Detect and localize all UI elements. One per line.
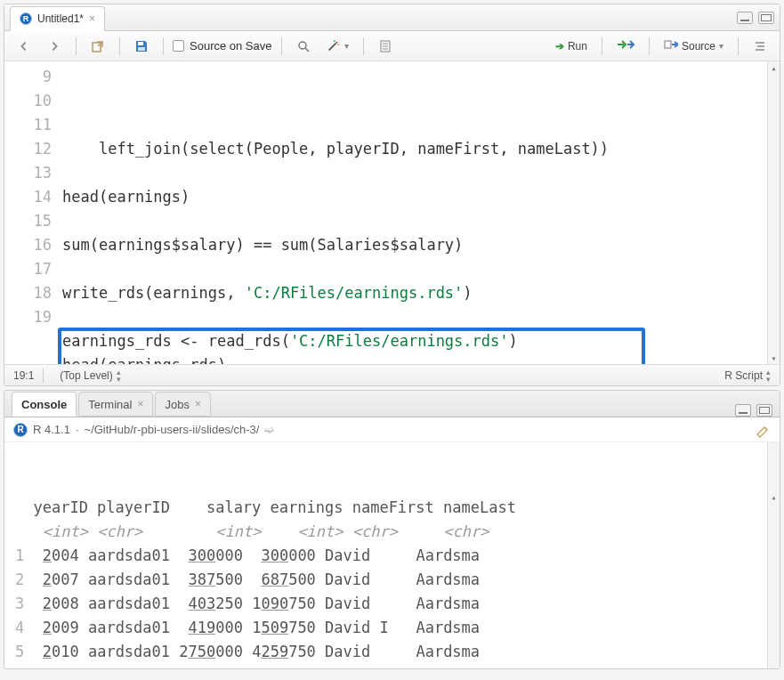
language-selector[interactable]: R Script ▴▾ <box>724 368 771 383</box>
working-dir[interactable]: ~/GitHub/r-pbi-users-ii/slides/ch-3/ <box>85 423 260 436</box>
compile-report-button[interactable] <box>373 36 398 56</box>
console-line: 5 2010 aardsda01 2750000 4259750 David A… <box>15 640 769 664</box>
console-output[interactable]: yearID playerID salary earnings nameFirs… <box>4 442 780 668</box>
editor-tab-row: R Untitled1* × <box>4 4 780 31</box>
updown-icon: ▴▾ <box>766 368 771 383</box>
run-label: Run <box>568 40 587 53</box>
nav-back-button[interactable] <box>12 36 36 56</box>
rerun-icon <box>617 38 634 53</box>
svg-point-8 <box>334 40 335 42</box>
code-line[interactable] <box>62 305 780 329</box>
updown-icon: ▴▾ <box>117 368 121 383</box>
code-area[interactable]: left_join(select(People, playerID, nameF… <box>62 61 780 364</box>
separator <box>119 37 120 55</box>
maximize-pane-icon[interactable] <box>758 12 774 24</box>
console-line: 2 2007 aardsda01 387500 687500 David Aar… <box>15 568 769 592</box>
source-on-save-label: Source on Save <box>190 39 272 53</box>
minimize-pane-icon[interactable] <box>737 12 753 24</box>
minimize-pane-icon[interactable] <box>735 404 751 417</box>
separator <box>602 37 602 55</box>
source-label: Source <box>682 40 715 53</box>
editor-tab-untitled1[interactable]: R Untitled1* × <box>10 6 105 31</box>
console-line: 3 2008 aardsda01 403250 1090750 David Aa… <box>15 592 769 616</box>
scroll-down-icon[interactable]: ▾ <box>768 352 780 364</box>
console-tab-row: Console Terminal × Jobs × <box>4 391 780 417</box>
chevron-down-icon: ▾ <box>344 41 349 51</box>
code-line[interactable] <box>62 257 780 281</box>
separator <box>76 37 77 55</box>
goto-dir-icon[interactable]: ➫ <box>264 423 274 436</box>
svg-point-6 <box>335 41 337 43</box>
separator <box>43 368 44 383</box>
scope-label: (Top Level) <box>60 369 112 382</box>
separator <box>163 37 164 55</box>
console-info-bar: R R 4.1.1 · ~/GitHub/r-pbi-users-ii/slid… <box>4 417 780 442</box>
tab-console-label: Console <box>21 398 67 411</box>
rerun-button[interactable] <box>611 36 640 56</box>
separator <box>363 37 364 55</box>
arrow-right-icon <box>47 39 61 53</box>
separator <box>281 37 282 55</box>
close-tab-icon[interactable]: × <box>137 398 143 410</box>
editor-scrollbar[interactable]: ▴ ▾ <box>767 61 780 364</box>
outline-button[interactable] <box>748 36 772 56</box>
tab-terminal[interactable]: Terminal × <box>78 392 153 417</box>
tab-console[interactable]: Console <box>12 392 77 417</box>
outline-icon <box>753 39 767 53</box>
maximize-pane-icon[interactable] <box>756 404 772 417</box>
svg-rect-2 <box>138 47 145 51</box>
svg-point-7 <box>337 44 339 45</box>
language-label: R Script <box>724 369 763 382</box>
code-line[interactable]: write_rds(earnings, 'C:/RFiles/earnings.… <box>62 281 780 305</box>
console-line: 4 2009 aardsda01 419000 1509750 David I … <box>15 616 769 640</box>
console-line: yearID playerID salary earnings nameFirs… <box>15 496 769 520</box>
tab-jobs-label: Jobs <box>165 398 189 411</box>
save-button[interactable] <box>129 36 154 56</box>
search-icon <box>296 39 311 53</box>
code-line[interactable]: earnings_rds <- read_rds('C:/RFiles/earn… <box>62 329 780 353</box>
code-line[interactable] <box>62 161 780 185</box>
r-version: R 4.1.1 <box>33 423 70 436</box>
line-gutter: 910111213141516171819 <box>4 61 62 364</box>
source-on-save-checkbox[interactable] <box>173 40 184 52</box>
code-line[interactable]: head(earnings_rds) <box>62 353 780 364</box>
show-in-new-window-button[interactable] <box>85 36 110 56</box>
popout-icon <box>91 39 105 53</box>
clear-console-icon[interactable] <box>755 422 771 438</box>
run-arrow-icon: ➔ <box>555 40 564 53</box>
svg-rect-13 <box>665 41 671 48</box>
editor-toolbar: Source on Save ▾ ➔ Run <box>4 31 780 61</box>
code-tools-button[interactable]: ▾ <box>321 36 354 56</box>
code-line[interactable] <box>62 209 780 233</box>
source-button[interactable]: Source ▾ <box>659 36 729 56</box>
code-editor[interactable]: 910111213141516171819 left_join(select(P… <box>4 61 780 364</box>
source-editor-pane: R Untitled1* × <box>4 4 780 386</box>
scope-selector[interactable]: (Top Level) ▴▾ <box>60 368 120 383</box>
scroll-up-icon[interactable]: ▴ <box>768 490 780 503</box>
run-button[interactable]: ➔ Run <box>550 37 593 55</box>
console-line: 1 2004 aardsda01 300000 300000 David Aar… <box>15 544 769 568</box>
wand-icon <box>327 39 341 53</box>
nav-forward-button[interactable] <box>42 36 67 56</box>
scroll-up-icon[interactable]: ▴ <box>768 61 780 74</box>
r-logo-icon: R <box>13 423 28 437</box>
save-icon <box>134 39 149 53</box>
console-scrollbar[interactable]: ▴ <box>767 442 780 668</box>
code-line[interactable]: head(earnings) <box>62 185 780 209</box>
editor-tab-label: Untitled1* <box>37 12 84 25</box>
code-line[interactable]: sum(earnings$salary) == sum(Salaries$sal… <box>62 233 780 257</box>
info-dot: · <box>76 423 79 436</box>
editor-status-bar: 19:1 (Top Level) ▴▾ R Script ▴▾ <box>4 364 780 385</box>
code-line[interactable]: left_join(select(People, playerID, nameF… <box>62 137 780 161</box>
notebook-icon <box>378 39 392 53</box>
close-tab-icon[interactable]: × <box>195 398 201 410</box>
svg-line-5 <box>328 43 335 50</box>
tab-terminal-label: Terminal <box>88 398 132 411</box>
find-button[interactable] <box>291 36 316 56</box>
close-tab-icon[interactable]: × <box>89 12 95 25</box>
tab-jobs[interactable]: Jobs × <box>155 392 210 417</box>
separator <box>738 37 739 55</box>
svg-point-3 <box>299 42 306 49</box>
separator <box>649 37 650 55</box>
chevron-down-icon: ▾ <box>719 41 723 51</box>
